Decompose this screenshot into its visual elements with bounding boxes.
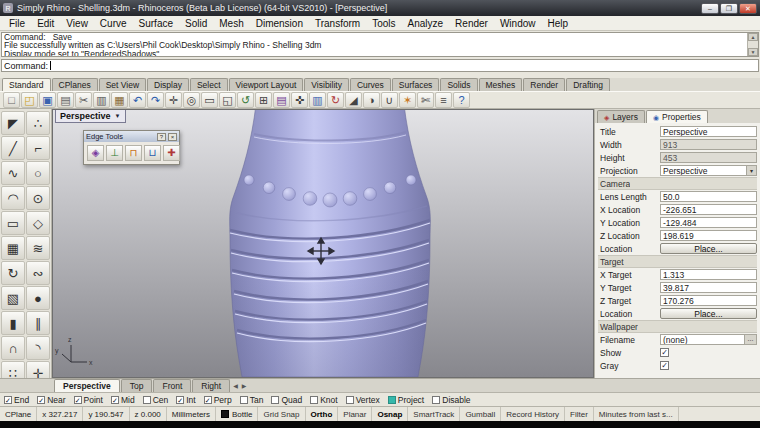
property-value[interactable]: Perspective: [660, 126, 757, 137]
menu-item[interactable]: Analyze: [402, 18, 450, 29]
osnap-disable[interactable]: Disable: [432, 395, 470, 405]
zoom-dynamic-button[interactable]: ◎: [183, 92, 200, 108]
active-layer-field[interactable]: Bottle: [216, 407, 258, 421]
menu-item[interactable]: Window: [494, 18, 542, 29]
scale-button[interactable]: ◢: [345, 92, 362, 108]
pan-view-button[interactable]: ✛: [165, 92, 182, 108]
rotate-button[interactable]: ↻: [327, 92, 344, 108]
redo-button[interactable]: ↷: [147, 92, 164, 108]
chevron-down-icon[interactable]: ▼: [115, 113, 121, 119]
pane-record-history[interactable]: Record History: [501, 407, 565, 421]
menu-item[interactable]: Tools: [366, 18, 401, 29]
property-value[interactable]: 913: [660, 139, 757, 150]
arc-tool-button[interactable]: ◠: [1, 186, 25, 210]
help-button[interactable]: ?: [453, 92, 470, 108]
osnap-near[interactable]: Near: [37, 395, 65, 405]
array-tool-button[interactable]: ∷: [1, 361, 25, 378]
menu-item[interactable]: Edit: [31, 18, 60, 29]
join-button[interactable]: ∪: [381, 92, 398, 108]
tab-render[interactable]: Render: [523, 78, 565, 91]
pane-gumball[interactable]: Gumball: [460, 407, 501, 421]
sphere-tool-button[interactable]: ●: [26, 286, 50, 310]
pane-autosave[interactable]: Minutes from last s...: [594, 407, 679, 421]
osnap-cen[interactable]: Cen: [143, 395, 169, 405]
osnap-point[interactable]: Point: [74, 395, 103, 405]
menu-item[interactable]: Curve: [94, 18, 133, 29]
menu-item[interactable]: Solid: [179, 18, 213, 29]
command-scrollbar[interactable]: ▲ ▼: [747, 33, 758, 56]
title-bar[interactable]: R Simply Rhino - Shelling.3dm - Rhinocer…: [0, 0, 760, 16]
osnap-knot[interactable]: Knot: [310, 395, 338, 405]
scroll-down-icon[interactable]: ▼: [748, 48, 758, 56]
tab-solids[interactable]: Solids: [440, 78, 477, 91]
viewport-title-tab[interactable]: Perspective ▼: [55, 110, 126, 123]
osnap-mid[interactable]: Mid: [111, 395, 135, 405]
perspective-viewport[interactable]: z x y Perspective ▼ Edge Tools ? × ◈⊥⊓⊔✚: [52, 109, 594, 378]
property-value[interactable]: 39.817: [660, 282, 757, 293]
move-tool-button[interactable]: ✛: [26, 361, 50, 378]
pane-ortho[interactable]: Ortho: [306, 407, 339, 421]
tab-standard[interactable]: Standard: [2, 78, 51, 91]
tab-visibility[interactable]: Visibility: [304, 78, 349, 91]
move-button[interactable]: ✜: [291, 92, 308, 108]
ellipse-tool-button[interactable]: ⊙: [26, 186, 50, 210]
copy-button[interactable]: ▥: [93, 92, 110, 108]
join-edges-button[interactable]: ⊔: [144, 145, 161, 161]
property-value[interactable]: Place...: [660, 308, 757, 319]
curve-tool-button[interactable]: ∿: [1, 161, 25, 185]
tab-meshes[interactable]: Meshes: [479, 78, 523, 91]
property-value[interactable]: 50.0: [660, 191, 757, 202]
menu-item[interactable]: Help: [542, 18, 575, 29]
scroll-up-icon[interactable]: ▲: [748, 33, 758, 41]
select-tool-button[interactable]: ◤: [1, 111, 25, 135]
property-value[interactable]: 170.276: [660, 295, 757, 306]
layers-tab[interactable]: ◈Layers: [597, 110, 645, 123]
command-input[interactable]: Command:: [1, 59, 759, 72]
boolean-tool-button[interactable]: ∩: [1, 336, 25, 360]
control-points-button[interactable]: ∴: [26, 111, 50, 135]
osnap-quad[interactable]: Quad: [271, 395, 302, 405]
pipe-tool-button[interactable]: ∥: [26, 311, 50, 335]
trim-button[interactable]: ✄: [417, 92, 434, 108]
property-value[interactable]: (none): [660, 334, 757, 345]
cut-button[interactable]: ✂: [75, 92, 92, 108]
menu-item[interactable]: Render: [449, 18, 494, 29]
line-tool-button[interactable]: ╱: [1, 136, 25, 160]
polyline-tool-button[interactable]: ⌐: [26, 136, 50, 160]
units-field[interactable]: Millimeters: [167, 407, 216, 421]
pane-grid-snap[interactable]: Grid Snap: [258, 407, 305, 421]
save-file-button[interactable]: ▣: [39, 92, 56, 108]
pane-osnap[interactable]: Osnap: [372, 407, 408, 421]
cplane-selector[interactable]: CPlane: [0, 407, 37, 421]
menu-item[interactable]: Dimension: [250, 18, 309, 29]
osnap-int[interactable]: Int: [176, 395, 195, 405]
property-value[interactable]: 453: [660, 152, 757, 163]
tab-surfaces[interactable]: Surfaces: [392, 78, 440, 91]
viewport-tab-scroll-left-icon[interactable]: ◀: [231, 382, 240, 389]
circle-tool-button[interactable]: ○: [26, 161, 50, 185]
property-value[interactable]: 198.619: [660, 230, 757, 241]
bottle-model[interactable]: [230, 110, 431, 377]
edge-tools-palette[interactable]: Edge Tools ? × ◈⊥⊓⊔✚: [83, 130, 180, 165]
rectangle-tool-button[interactable]: ▭: [1, 211, 25, 235]
osnap-end[interactable]: End: [4, 395, 29, 405]
palette-close-icon[interactable]: ×: [168, 133, 177, 141]
property-value[interactable]: ✓: [660, 361, 669, 370]
print-button[interactable]: ▤: [57, 92, 74, 108]
tab-curves[interactable]: Curves: [350, 78, 391, 91]
paste-button[interactable]: ▦: [111, 92, 128, 108]
osnap-perp[interactable]: Perp: [204, 395, 232, 405]
property-value[interactable]: Place...: [660, 243, 757, 254]
four-viewports-button[interactable]: ⊞: [255, 92, 272, 108]
explode-button[interactable]: ✶: [399, 92, 416, 108]
revolve-tool-button[interactable]: ↻: [1, 261, 25, 285]
undo-view-change-button[interactable]: ↺: [237, 92, 254, 108]
property-value[interactable]: 1.313: [660, 269, 757, 280]
tab-set-view[interactable]: Set View: [99, 78, 146, 91]
menu-item[interactable]: Transform: [309, 18, 366, 29]
property-value[interactable]: Perspective: [660, 165, 757, 176]
fillet-tool-button[interactable]: ◝: [26, 336, 50, 360]
property-value[interactable]: -129.484: [660, 217, 757, 228]
cylinder-tool-button[interactable]: ▮: [1, 311, 25, 335]
loft-tool-button[interactable]: ≋: [26, 236, 50, 260]
